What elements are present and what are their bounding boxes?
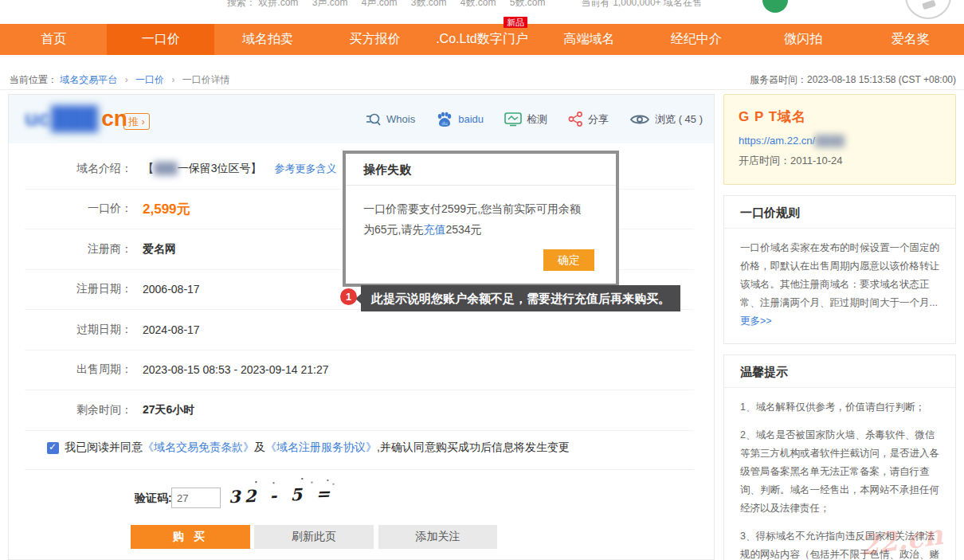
add-watch-button[interactable]: 添加关注 — [378, 525, 497, 549]
user-avatar-icon[interactable] — [905, 0, 951, 19]
captcha-label: 验证码: — [135, 491, 172, 506]
reg-date-value: 2006-08-17 — [143, 283, 200, 296]
search-link-4sheng[interactable]: 4声.com — [362, 0, 398, 8]
views-counter[interactable]: 浏览 ( 45 ) — [629, 112, 703, 127]
annotation-tooltip: 此提示说明您账户余额不足，需要进行充值后再来购买。 — [361, 285, 680, 311]
nav-item-broker[interactable]: 经纪中介 — [643, 24, 750, 55]
check-button[interactable]: 检测 — [504, 112, 547, 127]
breadcrumb-row: 当前位置： 域名交易平台 › 一口价 › 一口价详情 服务器时间：2023-08… — [0, 69, 964, 90]
nav-item-aiming-award[interactable]: 爱名奖 — [857, 24, 964, 55]
refresh-page-button[interactable]: 刷新此页 — [254, 525, 374, 549]
whois-search-icon — [366, 112, 382, 127]
shop-url-link[interactable]: https://am.22.cn/████ — [739, 135, 941, 147]
rules-text: 一口价域名卖家在发布的时候设置一个固定的价格，即默认在出售周期内愿意以该价格转让… — [740, 239, 941, 331]
captcha-image[interactable]: 32 - 5 = — [229, 484, 335, 507]
promote-badge[interactable]: 推 › — [123, 113, 150, 130]
page: 搜索： 双拼.com 3声.com 4声.com 3数.com 4数.com 5… — [0, 0, 964, 560]
buy-button[interactable]: 购 买 — [131, 525, 250, 549]
captcha-input[interactable] — [171, 488, 221, 508]
nav-item-coltd-portal[interactable]: .Co.Ltd数字门户 新品 — [429, 24, 535, 55]
breadcrumb-link-fixed-price[interactable]: 一口价 — [135, 74, 164, 85]
annotation-step-badge: 1 — [340, 288, 357, 305]
warm-tips-card: 温馨提示 1、域名解释仅供参考，价值请自行判断； 2、域名是否被国家防火墙、杀毒… — [723, 354, 956, 560]
whois-button[interactable]: Whois — [366, 112, 415, 127]
divider — [25, 469, 694, 470]
row-sale-period: 出售周期： 2023-08-15 08:53 - 2023-09-14 21:2… — [25, 350, 694, 391]
customer-service-icon[interactable] — [762, 0, 788, 13]
intro-value: 【███一保留3位区号】 — [143, 162, 262, 176]
rules-more-link[interactable]: 更多>> — [740, 315, 772, 327]
more-meaning-link[interactable]: 参考更多含义 — [275, 162, 337, 176]
recharge-link[interactable]: 充值 — [423, 223, 445, 236]
baidu-button[interactable]: du baidu — [436, 112, 484, 127]
agreement-checkbox[interactable] — [47, 442, 59, 454]
top-search-bar: 搜索： 双拼.com 3声.com 4声.com 3数.com 4数.com 5… — [0, 0, 964, 22]
shop-title: G P T域名 — [739, 108, 941, 126]
eye-icon — [629, 113, 650, 126]
search-link-5shu[interactable]: 5数.com — [510, 0, 546, 8]
agreement-row: 我已阅读并同意 《域名交易免责条款》 及 《域名注册服务协议》 ,并确认同意购买… — [47, 441, 570, 455]
rules-title: 一口价规则 — [724, 196, 955, 229]
sidebar: G P T域名 https://am.22.cn/████ 开店时间：2011-… — [723, 94, 956, 560]
search-link-shuangpin[interactable]: 双拼.com — [258, 0, 298, 8]
domain-tools: Whois du baidu — [366, 95, 703, 143]
operation-failed-dialog: 操作失败 一口价需要支付2599元,您当前实际可用余额为65元,请先充值2534… — [343, 151, 619, 287]
row-time-left: 剩余时间： 27天6小时 — [25, 390, 694, 431]
nav-item-home[interactable]: 首页 — [0, 24, 107, 55]
registration-agreement-link[interactable]: 《域名注册服务协议》 — [265, 441, 377, 455]
nav-item-fixed-price[interactable]: 一口价 — [107, 24, 214, 55]
row-expire-date: 过期日期： 2024-08-17 — [25, 310, 694, 350]
registrar-value: 爱名网 — [143, 242, 176, 257]
nav-item-auction[interactable]: 域名拍卖 — [214, 24, 321, 55]
baidu-paw-icon: du — [436, 112, 453, 127]
search-link-3sheng[interactable]: 3声.com — [312, 0, 348, 8]
intro-redacted: ███ — [154, 162, 178, 174]
expire-date-value: 2024-08-17 — [143, 323, 200, 336]
trade-disclaimer-link[interactable]: 《域名交易免责条款》 — [143, 441, 254, 455]
nav-item-flash-auction[interactable]: 微闪拍 — [750, 24, 856, 55]
tip-item-1: 1、域名解释仅供参考，价值请自行判断； — [740, 398, 941, 417]
server-time: 服务器时间：2023-08-18 15:13:58 (CST +08:00) — [750, 73, 956, 87]
breadcrumb-prefix: 当前位置： — [10, 74, 57, 85]
seller-shop-card: G P T域名 https://am.22.cn/████ 开店时间：2011-… — [723, 94, 956, 185]
domain-stock-count: 当前有 1,000,000+ 域名在售 — [582, 0, 702, 8]
svg-text:du: du — [441, 120, 448, 126]
rules-body: 一口价域名卖家在发布的时候设置一个固定的价格，即默认在出售周期内愿意以该价格转让… — [724, 229, 955, 343]
main-nav: 首页 一口价 域名拍卖 买方报价 .Co.Ltd数字门户 新品 高端域名 经纪中… — [0, 24, 964, 55]
monitor-check-icon — [504, 112, 522, 127]
tips-title: 温馨提示 — [724, 355, 955, 388]
shop-url-redacted: ████ — [815, 135, 844, 147]
nav-item-buyer-offer[interactable]: 买方报价 — [321, 24, 428, 55]
fixed-price-rules-card: 一口价规则 一口价域名卖家在发布的时候设置一个固定的价格，即默认在出售周期内愿意… — [723, 195, 956, 344]
breadcrumb-link-platform[interactable]: 域名交易平台 — [60, 74, 117, 85]
nav-item-premium-domains[interactable]: 高端域名 — [535, 24, 642, 55]
share-button[interactable]: 分享 — [568, 112, 609, 127]
domain-name-redacted: ███ — [51, 106, 99, 131]
breadcrumb-separator: › — [125, 74, 128, 85]
tip-item-2: 2、域名是否被国家防火墙、杀毒软件、微信等第三方机构或者软件拦截访问，是否进入各… — [740, 426, 941, 518]
shop-open-date: 开店时间：2011-10-24 — [739, 154, 941, 168]
breadcrumb-separator: › — [171, 74, 174, 85]
search-link-4shu[interactable]: 4数.com — [460, 0, 496, 8]
domain-header: uc███cn 推 › Whois — [9, 95, 714, 143]
confirm-button[interactable]: 确定 — [543, 249, 594, 271]
breadcrumb-current: 一口价详情 — [182, 74, 230, 85]
tip-item-3: 3、得标域名不允许指向违反国家相关法律法规的网站内容（包括并不限于色情、政治、赌… — [740, 527, 941, 560]
avatar-glyph — [922, 0, 936, 10]
search-label: 搜索： — [227, 0, 256, 8]
sale-period-value: 2023-08-15 08:53 - 2023-09-14 21:27 — [143, 363, 329, 376]
dialog-title: 操作失败 — [346, 154, 616, 186]
action-buttons: 购 买 刷新此页 添加关注 — [9, 525, 714, 549]
domain-name: uc███cn — [25, 106, 127, 131]
price-value: 2,599元 — [143, 200, 190, 218]
share-icon — [568, 112, 583, 127]
new-badge: 新品 — [504, 17, 527, 28]
tips-body: 1、域名解释仅供参考，价值请自行判断； 2、域名是否被国家防火墙、杀毒软件、微信… — [724, 388, 955, 560]
dialog-message: 一口价需要支付2599元,您当前实际可用余额为65元,请先充值2534元 — [346, 186, 609, 240]
search-link-3shu[interactable]: 3数.com — [411, 0, 447, 8]
breadcrumb: 当前位置： 域名交易平台 › 一口价 › 一口价详情 — [10, 73, 230, 87]
time-left-value: 27天6小时 — [143, 403, 194, 417]
captcha-row: 验证码: 32 - 5 = — [9, 485, 714, 512]
